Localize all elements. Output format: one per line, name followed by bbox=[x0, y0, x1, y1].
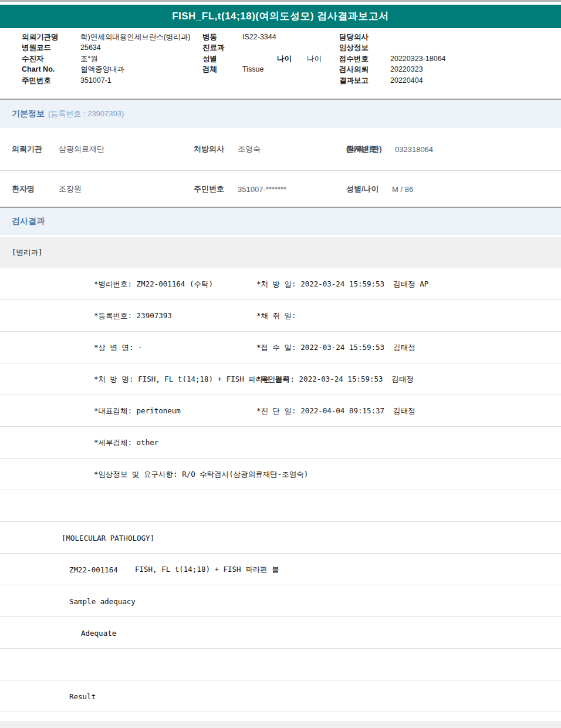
label-patient-name: 환자명 bbox=[12, 184, 35, 194]
test-code: ZM22-001164 bbox=[69, 565, 118, 574]
result-section-header: 검사결과 bbox=[0, 207, 561, 235]
report-title-bar: FISH_FL,t(14;18)(여의도성모) 검사결과보고서 bbox=[0, 5, 561, 28]
detail-row-molecular-header: [MOLECULAR PATHOLOGY] bbox=[0, 522, 561, 554]
sample-adequacy-value: Adequate bbox=[81, 628, 116, 637]
value-prescribing-doctor: 조영숙 bbox=[238, 144, 261, 154]
value-requesting-org: 삼광의료재단 bbox=[59, 144, 104, 154]
basic-info-registration-no: (등록번호 : 23907393) bbox=[48, 109, 124, 119]
report-page: FISH_FL,t(14;18)(여의도성모) 검사결과보고서 의뢰기관명 학)… bbox=[0, 0, 561, 728]
value-resident-no: 351007-1 bbox=[80, 75, 111, 86]
order-date-text: *처 방 일: 2022-03-24 15:59:53 김태정 AP bbox=[256, 279, 428, 289]
sub-specimen-text: *세부검체: other bbox=[94, 437, 158, 447]
detail-row-result: Result bbox=[0, 680, 561, 712]
detail-row-test-code: ZM22-001164 FISH, FL t(14;18) + FISH 파라핀… bbox=[0, 554, 561, 585]
diagnosis-name-text: *상 병 명: - bbox=[94, 342, 143, 352]
label-chart-no: Chart No. bbox=[22, 64, 55, 75]
value-sex-age: M / 86 bbox=[392, 184, 413, 193]
value-hospital-code: 25634 bbox=[80, 42, 101, 53]
label-sex-age: 성별/나이 bbox=[346, 184, 379, 194]
label-clinical-info: 임상정보 bbox=[339, 42, 369, 53]
collection-date-text: *채 취 일: bbox=[256, 311, 296, 321]
detail-row-order-name: *처 방 명: FISH, FL t(14;18) + FISH 파라핀 블록 … bbox=[0, 363, 561, 395]
result-section-title: 검사결과 bbox=[12, 216, 45, 227]
footer-strip bbox=[0, 721, 561, 728]
result-detail-rows: *병리번호: ZM22-001164 (수탁) *처 방 일: 2022-03-… bbox=[0, 268, 561, 712]
label-institution-name: 의뢰기관명 bbox=[22, 32, 59, 42]
value-examinee: 조*원 bbox=[80, 53, 98, 64]
detail-row-sub-specimen: *세부검체: other bbox=[0, 427, 561, 459]
basic-info-section-header: 기본정보 (등록번호 : 23907393) bbox=[0, 99, 561, 128]
label-resident-no: 주민번호 bbox=[22, 75, 51, 86]
value-institution-name: 학)연세의대용인세브란스(병리과) bbox=[80, 32, 191, 42]
result-label: Result bbox=[69, 692, 96, 700]
basic-info-title: 기본정보 bbox=[12, 109, 45, 119]
value-result-report-date: 20220404 bbox=[390, 75, 423, 86]
value-patient-resident-no: 351007-******* bbox=[238, 184, 286, 193]
label-attending-doctor: 담당의사 bbox=[339, 32, 369, 42]
value-specimen: Tissue bbox=[242, 64, 263, 75]
report-title: FISH_FL,t(14;18)(여의도성모) 검사결과보고서 bbox=[172, 9, 389, 23]
label-hospital-code: 병원코드 bbox=[22, 42, 51, 53]
detail-row-empty-1 bbox=[0, 490, 561, 522]
label-ward: 병동 bbox=[202, 32, 217, 42]
main-specimen-text: *대표검체: peritoneum bbox=[94, 406, 181, 416]
patient-row-1: 의뢰기관 삼광의료재단 처방의사 조영숙 환자번호(의뢰기관) 03231806… bbox=[0, 128, 561, 171]
label-result-report-date: 결과보고 bbox=[339, 75, 369, 86]
value-chart-no: 혈액종양내과 bbox=[80, 64, 124, 75]
label-sex: 성별 bbox=[202, 53, 217, 64]
detail-row-sample-adequacy: Sample adequacy bbox=[0, 585, 561, 617]
value-patient-no-org: 032318064 bbox=[395, 145, 433, 154]
gross-exam-date-text: *육안검사: 2022-03-24 15:59:53 김태정 bbox=[256, 374, 414, 384]
test-name: FISH, FL t(14;18) + FISH 파라핀 블 bbox=[135, 564, 279, 574]
value-ward: IS22-3344 bbox=[242, 32, 276, 42]
label-specimen: 검체 bbox=[202, 64, 217, 75]
label-requesting-org: 의뢰기관 bbox=[12, 144, 42, 154]
patient-row-2: 환자명 조장원 주민번호 351007-******* 성별/나이 M / 86 bbox=[0, 171, 561, 207]
value-receipt-no: 20220323-18064 bbox=[390, 53, 446, 64]
value-test-request-date: 20220323 bbox=[390, 64, 423, 75]
department-header: [병리과] bbox=[12, 248, 43, 258]
label-receipt-no: 접수번호 bbox=[339, 53, 369, 64]
molecular-pathology-header: [MOLECULAR PATHOLOGY] bbox=[62, 533, 154, 542]
label-patient-resident-no: 주민번호 bbox=[194, 184, 224, 194]
clinical-request-text: *임상정보 및 요구사항: R/O 수탁검사(삼광의료재단-조영숙) bbox=[94, 469, 308, 479]
sample-adequacy-label: Sample adequacy bbox=[69, 596, 136, 605]
detail-row-adequate: Adequate bbox=[0, 617, 561, 649]
detail-row-diagnosis-name: *상 병 명: - *접 수 일: 2022-03-24 15:59:53 김태… bbox=[0, 332, 561, 363]
department-header-row: [병리과] bbox=[0, 237, 561, 268]
detail-row-pathology-no: *병리번호: ZM22-001164 (수탁) *처 방 일: 2022-03-… bbox=[0, 268, 561, 300]
receipt-date-text: *접 수 일: 2022-03-24 15:59:53 김태정 bbox=[256, 342, 415, 352]
detail-row-clinical-request: *임상정보 및 요구사항: R/O 수탁검사(삼광의료재단-조영숙) bbox=[0, 459, 561, 490]
label-examinee: 수진자 bbox=[22, 53, 44, 64]
label-department: 진료과 bbox=[202, 42, 225, 53]
detail-row-registration-no: *등록번호: 23907393 *채 취 일: bbox=[0, 300, 561, 332]
registration-no-text: *등록번호: 23907393 bbox=[94, 311, 172, 321]
detail-row-empty-2 bbox=[0, 649, 561, 680]
detail-row-main-specimen: *대표검체: peritoneum *진 단 일: 2022-04-04 09:… bbox=[0, 395, 561, 427]
value-age: 나이 bbox=[307, 53, 322, 64]
value-patient-name: 조장원 bbox=[59, 184, 82, 194]
diagnosis-date-text: *진 단 일: 2022-04-04 09:15:37 김태정 bbox=[256, 406, 415, 416]
label-test-request-date: 검사의뢰 bbox=[339, 64, 369, 75]
header-info-grid: 의뢰기관명 학)연세의대용인세브란스(병리과) 병원코드 25634 수진자 조… bbox=[0, 28, 561, 99]
top-divider bbox=[0, 0, 561, 2]
pathology-no-text: *병리번호: ZM22-001164 (수탁) bbox=[94, 279, 213, 289]
label-patient-no-line2: (의뢰기관) bbox=[346, 144, 382, 154]
label-prescribing-doctor: 처방의사 bbox=[194, 144, 224, 154]
label-age: 나이 bbox=[277, 53, 292, 64]
